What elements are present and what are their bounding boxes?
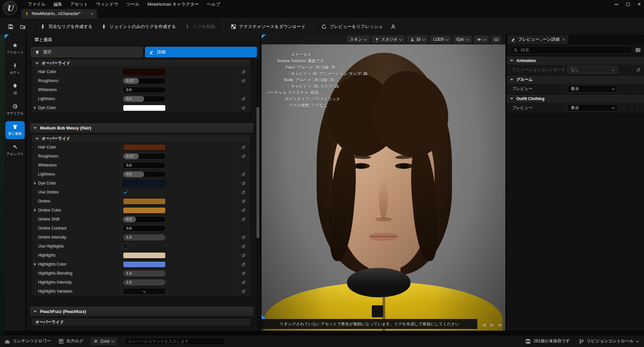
expand-cell[interactable] <box>32 260 38 269</box>
viewport-toolbar-button[interactable] <box>474 36 489 43</box>
output-log-button[interactable]: 出力ログ <box>58 338 84 344</box>
subsection-header[interactable]: オーバーライド <box>32 59 250 67</box>
console-command-input[interactable] <box>128 339 221 344</box>
slider[interactable]: 0.37 <box>123 78 166 84</box>
close-window-button[interactable]: × <box>638 3 641 6</box>
cmd-dropdown[interactable]: Cmd <box>91 337 117 345</box>
details-section-header[interactable]: グルーム <box>507 75 644 84</box>
slider[interactable]: 1.0 <box>123 234 166 241</box>
search-input[interactable] <box>521 48 629 52</box>
collapse-arrow-icon[interactable] <box>510 98 513 100</box>
reset-arrow-icon[interactable]: ↺ <box>241 181 246 186</box>
document-tab[interactable]: NewMetaHu...nCharacter* × <box>21 9 97 18</box>
menu-item[interactable]: ヘルプ <box>203 0 224 8</box>
menu-item[interactable]: ツール <box>123 0 143 8</box>
details-tab[interactable]: プレビュー...ーン詳細 × <box>507 35 569 44</box>
viewport-3d[interactable]: スキンスタジオ顔LOD0Epic ステータスTexture Sources: 最… <box>262 34 505 331</box>
section-header[interactable]: PeachFuzz (Peachfuzz) <box>30 307 254 317</box>
slider[interactable]: 0.0 <box>123 162 166 168</box>
slider[interactable]: 0.3 <box>123 216 166 223</box>
toolbar-button[interactable]: リグを削除 <box>180 21 219 33</box>
close-tab-icon[interactable]: × <box>562 37 565 42</box>
viewport-toolbar-button-Epic[interactable]: Epic <box>454 36 472 43</box>
viewport-toolbar-button-スタジオ[interactable]: スタジオ <box>372 36 405 43</box>
slider[interactable]: 0.37 <box>123 153 166 159</box>
scrollbar-thumb[interactable] <box>257 107 259 238</box>
viewport-toolbar-button-LOD0[interactable]: LOD0 <box>430 36 451 43</box>
tab-select[interactable]: 選択 <box>31 47 143 57</box>
save-asset-button[interactable] <box>5 21 17 32</box>
toolbar-button[interactable]: テクスチャソースをダウンロード <box>226 21 310 33</box>
expand-cell[interactable] <box>32 206 38 215</box>
reset-arrow-icon[interactable]: ↺ <box>241 235 246 240</box>
reset-arrow-icon[interactable]: ↺ <box>241 289 246 294</box>
reset-arrow-icon[interactable]: ↺ <box>241 190 246 195</box>
expand-cell[interactable] <box>32 179 38 188</box>
menu-item[interactable]: 編集 <box>50 0 66 8</box>
viewport-toolbar-button[interactable] <box>491 36 501 43</box>
menu-item[interactable]: ウィンドウ <box>92 0 122 8</box>
reset-arrow-icon[interactable]: ↺ <box>241 280 246 285</box>
slider[interactable]: 1.0 <box>123 270 166 277</box>
slider[interactable]: 0.0 <box>123 87 166 93</box>
toolbar-button[interactable]: 完全なリグを作成する <box>36 21 97 33</box>
sidebar-item-hammer[interactable]: アセンブリ <box>5 141 25 159</box>
expand-arrow-icon[interactable] <box>34 263 36 266</box>
checkbox[interactable] <box>123 244 128 249</box>
viewport-toolbar-button-顔[interactable]: 顔 <box>407 36 428 43</box>
color-swatch[interactable] <box>123 252 166 259</box>
color-swatch[interactable] <box>123 261 166 268</box>
browse-asset-button[interactable] <box>17 21 29 32</box>
expand-arrow-icon[interactable] <box>34 209 36 212</box>
sidebar-item-head[interactable]: 頭 <box>5 80 25 98</box>
reset-arrow-icon[interactable]: ↺ <box>636 67 640 72</box>
sidebar-item-body[interactable]: ボディ <box>5 60 25 78</box>
sidebar-item-star[interactable]: プリセット <box>5 40 25 58</box>
slider[interactable]: 1.0 <box>123 279 166 286</box>
collapse-arrow-icon[interactable] <box>510 60 513 62</box>
sidebar-item-material[interactable]: マテリアル <box>5 101 25 119</box>
prev-frame-icon[interactable]: ◀ <box>482 322 486 327</box>
subsection-header[interactable]: オーバーライド <box>32 135 250 143</box>
reset-arrow-icon[interactable]: ↺ <box>241 154 246 159</box>
collapse-arrow-icon[interactable] <box>33 127 37 129</box>
stop-icon[interactable]: ■ <box>498 322 501 327</box>
collapse-arrow-icon[interactable] <box>33 311 37 313</box>
color-swatch[interactable] <box>123 207 166 214</box>
unsaved-assets-button[interactable]: 281個が未保存です <box>525 338 570 344</box>
subsection-header[interactable]: オーバーライド <box>32 318 250 326</box>
next-frame-icon[interactable]: ▶ <box>490 322 494 327</box>
maximize-button[interactable] <box>626 3 630 6</box>
reset-arrow-icon[interactable]: ↺ <box>241 105 246 110</box>
details-section-header[interactable]: Animation <box>507 56 644 65</box>
reset-arrow-icon[interactable]: ↺ <box>241 199 246 204</box>
toolbar-button[interactable]: ジョイントのみのリグを作成する <box>97 21 180 33</box>
reset-arrow-icon[interactable]: ↺ <box>241 96 246 101</box>
color-swatch[interactable] <box>123 180 166 187</box>
collapse-arrow-icon[interactable] <box>35 62 39 64</box>
reset-arrow-icon[interactable]: ↺ <box>241 172 246 177</box>
dropdown[interactable] <box>123 288 166 295</box>
reset-arrow-icon[interactable]: ↺ <box>241 78 246 83</box>
search-field[interactable] <box>510 46 632 54</box>
expand-cell[interactable] <box>32 103 38 112</box>
dropdown[interactable]: 表示 <box>568 104 618 111</box>
reset-arrow-icon[interactable]: ↺ <box>241 244 246 249</box>
content-drawer-button[interactable]: コンテンツドロワー <box>5 338 51 344</box>
section-header[interactable]: Medium Bob Messy (Hair) <box>30 123 254 133</box>
sidebar-item-shirt[interactable]: 髪と服装 <box>5 121 25 139</box>
menu-item[interactable]: MetaHuman キャラクター <box>144 0 203 8</box>
slider[interactable]: 0.5 <box>123 96 166 102</box>
expand-arrow-icon[interactable] <box>34 182 36 185</box>
viewport-toolbar-button-スキン[interactable]: スキン <box>347 36 369 43</box>
details-section-header[interactable]: Outfit Clothing <box>507 94 644 103</box>
reset-arrow-icon[interactable]: ↺ <box>241 262 246 267</box>
tab-details[interactable]: 詳細 <box>145 47 257 57</box>
details-view-options-icon[interactable] <box>635 47 641 53</box>
menu-item[interactable]: アセット <box>66 0 92 8</box>
minimize-button[interactable] <box>615 4 618 5</box>
reset-arrow-icon[interactable]: ↺ <box>241 145 246 150</box>
slider[interactable]: 0.0 <box>123 225 166 232</box>
dropdown[interactable]: 表示 <box>568 85 618 92</box>
collapse-arrow-icon[interactable] <box>35 138 39 140</box>
